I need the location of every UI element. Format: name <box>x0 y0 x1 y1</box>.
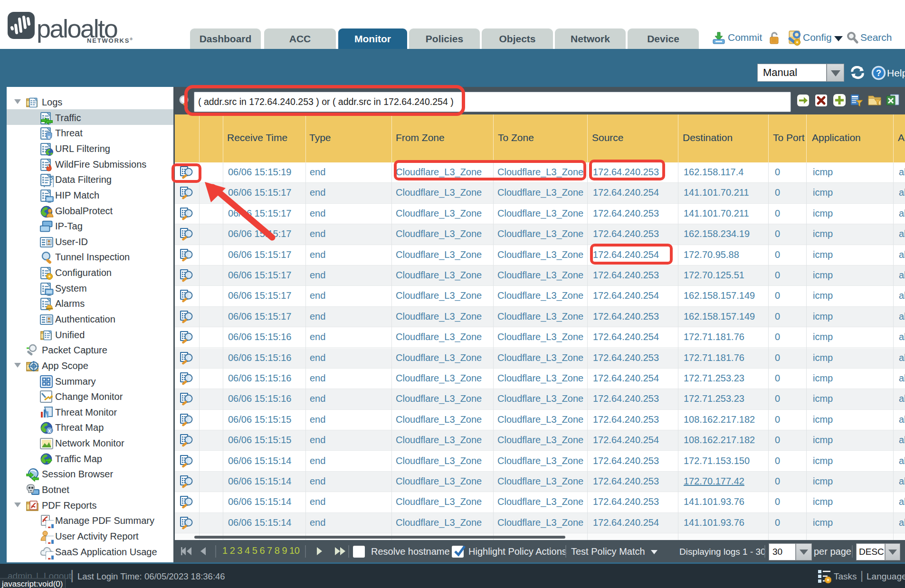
svg-text:?: ? <box>876 68 881 78</box>
svg-text:x: x <box>48 427 51 434</box>
svg-text:x: x <box>48 134 51 140</box>
